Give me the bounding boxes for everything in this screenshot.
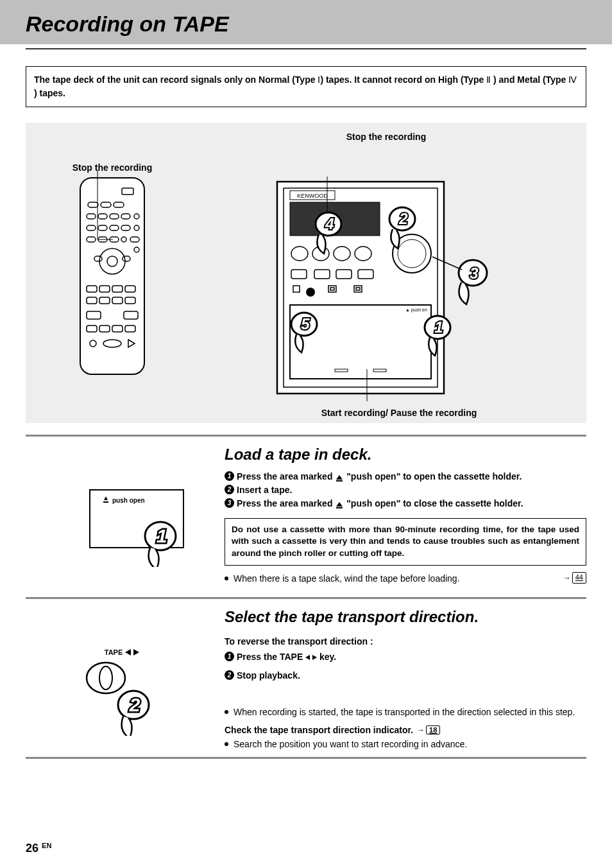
page-footer: 26 EN <box>26 842 51 855</box>
step-1-warning-box: Do not use a cassette with more than 90-… <box>225 518 586 566</box>
svg-text:1: 1 <box>434 318 443 336</box>
svg-point-49 <box>355 247 371 261</box>
stop-recording-label-unit: Stop the recording <box>192 132 580 173</box>
tape-key-label: TAPE <box>105 648 140 656</box>
svg-text:4: 4 <box>325 215 334 232</box>
step-2-item-1: 1 Press the TAPE key. <box>225 650 586 664</box>
push-open-small: ▲ push en <box>405 308 427 313</box>
brand-text: KENWOOD <box>297 193 328 199</box>
triangle-right-icon <box>312 655 317 660</box>
svg-text:2: 2 <box>398 210 408 227</box>
bullet-icon <box>225 710 228 714</box>
arrow-right-icon <box>563 573 571 584</box>
page-title: Recording on TAPE <box>26 12 586 37</box>
section-divider-3 <box>26 757 586 759</box>
bullet-icon <box>225 577 228 580</box>
svg-point-90 <box>99 666 112 690</box>
step-1: push open 1 1 Load a tape in deck. 1 Pre… <box>26 446 586 586</box>
push-open-label: push open <box>112 497 145 504</box>
svg-point-48 <box>334 247 350 261</box>
number-3-icon: 3 <box>225 498 234 508</box>
intro-text-1: The tape deck of the unit can record sig… <box>34 74 318 85</box>
check-indicator-line: Check the tape transport direction indic… <box>225 725 586 735</box>
number-1-icon: 1 <box>225 652 234 661</box>
remote-control-figure <box>32 177 192 376</box>
step-2: TAPE 2 2 Select the tape transport direc… <box>26 608 586 751</box>
number-2-icon: 2 <box>225 485 234 494</box>
svg-rect-85 <box>103 501 108 503</box>
step-1-item-3: 3 Press the area marked "push open" to c… <box>225 497 586 510</box>
svg-point-46 <box>291 247 308 261</box>
number-2-icon: 2 <box>225 670 234 680</box>
step-2-item-2: 2 Stop playback. <box>225 669 586 682</box>
step-1-heading: Load a tape in deck. <box>225 446 586 464</box>
number-1-icon: 1 <box>225 471 234 481</box>
stop-recording-label-remote: Stop the recording <box>32 162 192 173</box>
section-divider-1 <box>26 435 586 437</box>
section-divider-2 <box>26 597 586 599</box>
step-1-svg: push open 1 1 <box>58 464 186 567</box>
step-1-item-2: 2 Insert a tape. <box>225 483 586 497</box>
intro-text-2: ) tapes. It cannot record on High (Type <box>320 74 486 85</box>
intro-text-3: ) and Metal (Type <box>491 74 568 85</box>
triangle-left-icon <box>305 655 310 660</box>
step-2-heading: Select the tape transport direction. <box>225 608 586 626</box>
page-lang: EN <box>42 842 51 849</box>
page-ref-44: 44 <box>563 572 586 584</box>
step-2-svg: 2 2 <box>71 659 173 736</box>
page-ref-18: 18 <box>417 725 440 734</box>
eject-icon <box>336 502 343 507</box>
unit-svg: KENWOOD <box>264 177 534 401</box>
main-unit-figure: KENWOOD <box>218 177 580 418</box>
triangle-right-icon <box>133 649 139 655</box>
svg-text:2: 2 <box>129 694 140 715</box>
intro-text-4: ) tapes. <box>34 88 65 98</box>
page-header: Recording on TAPE <box>0 0 612 44</box>
svg-rect-50 <box>291 270 307 279</box>
page-number: 26 <box>26 842 38 855</box>
svg-point-61 <box>306 288 315 297</box>
step-2-figure: TAPE 2 2 <box>26 608 218 751</box>
step-2-bullet-2: Search the position you want to start re… <box>225 738 586 751</box>
svg-text:3: 3 <box>470 265 479 282</box>
step-2-subheading: To reverse the transport direction : <box>225 636 586 647</box>
step-1-bullet: When there is a tape slack, wind the tap… <box>225 572 586 585</box>
type-4-glyph: Ⅳ <box>568 75 577 85</box>
eject-icon <box>336 475 343 480</box>
title-rule <box>26 48 586 49</box>
manual-page: Recording on TAPE The tape deck of the u… <box>0 0 612 868</box>
step-1-figure: push open 1 1 <box>26 446 218 586</box>
svg-rect-51 <box>314 270 330 279</box>
diagram-panel: Stop the recording Stop the recording <box>26 123 586 423</box>
intro-note-box: The tape deck of the unit can record sig… <box>26 66 586 107</box>
remote-svg <box>67 177 157 376</box>
step-2-bullet-1: When recording is started, the tape is t… <box>225 706 586 718</box>
bullet-icon <box>225 742 228 746</box>
svg-rect-53 <box>358 270 373 279</box>
arrow-right-icon <box>417 725 425 734</box>
svg-text:5: 5 <box>301 315 310 333</box>
step-1-item-1: 1 Press the area marked "push open" to o… <box>225 470 586 483</box>
triangle-left-icon <box>125 649 131 655</box>
svg-rect-52 <box>336 270 352 279</box>
start-recording-label: Start recording/ Pause the recording <box>321 408 477 418</box>
svg-text:1: 1 <box>157 525 167 546</box>
